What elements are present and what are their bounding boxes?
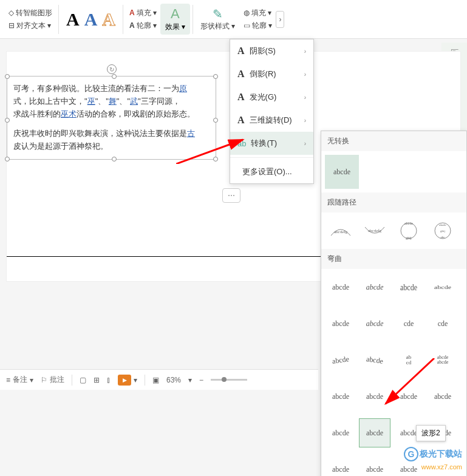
text-effect-button[interactable]: A 效果 ▾	[160, 4, 190, 35]
transform-warp[interactable]: abcdeabcde	[427, 345, 458, 375]
reflection-icon: A	[237, 69, 245, 80]
context-menu-button[interactable]: ⋯	[222, 188, 240, 203]
transform-submenu: 无转换 abcde 跟随路径 abcdefg abcdefg abcdeghij…	[321, 131, 467, 476]
shape-icon: ◇	[9, 8, 14, 17]
link[interactable]: 巫	[87, 97, 95, 106]
transform-warp[interactable]: cde	[393, 309, 424, 338]
transform-path-arc-down[interactable]: abcdefg	[359, 216, 390, 245]
chevron-right-icon: ›	[304, 117, 306, 124]
resize-handle[interactable]	[5, 118, 10, 123]
convert-smart-shape-button[interactable]: ◇转智能图形	[9, 8, 52, 18]
effect-a-icon: A	[171, 6, 180, 22]
glow-menu-item[interactable]: A发光(G)›	[230, 86, 313, 109]
transform-warp[interactable]: abcde	[427, 273, 458, 302]
submenu-section-header: 弯曲	[321, 249, 466, 269]
transform-menu-item[interactable]: ab转换(T)›	[230, 132, 313, 155]
link[interactable]: 武	[130, 97, 138, 106]
transform-warp[interactable]: abcde	[359, 382, 390, 411]
link[interactable]: 舞	[109, 97, 117, 106]
transform-warp[interactable]: cde	[427, 309, 458, 338]
svg-text:abcdefg: abcdefg	[334, 229, 348, 234]
shape-style-button[interactable]: ✎ 形状样式 ▾	[196, 4, 240, 34]
transform-warp[interactable]: abcde	[359, 273, 390, 302]
align-text-button[interactable]: ⊟对齐文本 ▾	[9, 21, 52, 31]
view-normal[interactable]: ▢	[80, 376, 86, 384]
rotation3d-menu-item[interactable]: A三维旋转(D)›	[230, 109, 313, 132]
shadow-menu-item[interactable]: A阴影(S)›	[230, 39, 313, 63]
resize-handle[interactable]	[112, 74, 117, 79]
resize-handle[interactable]	[213, 157, 218, 162]
transform-warp[interactable]: abcde	[325, 309, 356, 338]
transform-warp-wave2[interactable]: abcde	[359, 418, 390, 447]
wordart-style-1[interactable]: A	[66, 9, 80, 30]
chevron-right-icon: ›	[304, 48, 306, 55]
zoom-slider[interactable]	[211, 379, 247, 381]
wordart-style-2[interactable]: A	[84, 9, 98, 30]
svg-text:abcde: abcde	[439, 223, 446, 226]
resize-handle[interactable]	[5, 157, 10, 162]
svg-text:abcdefg: abcdefg	[368, 228, 382, 233]
outline-a-icon: A	[129, 21, 135, 30]
transform-warp[interactable]: abcd	[393, 345, 424, 375]
link[interactable]: 古	[187, 129, 195, 138]
chevron-right-icon: ›	[304, 94, 306, 101]
shadow-icon: A	[237, 46, 245, 56]
link[interactable]: 原	[179, 84, 187, 93]
transform-none[interactable]: abcde	[325, 155, 359, 189]
text-line: 皮认为是起源于酒神祭祀。	[13, 140, 210, 153]
transform-warp[interactable]: abcde	[393, 273, 424, 302]
view-grid[interactable]: ⊞	[94, 376, 100, 384]
text-fill-button[interactable]: A填充 ▾	[129, 8, 157, 18]
zoom-level: 63%	[166, 376, 181, 384]
text-outline-button[interactable]: A轮廓 ▾	[129, 21, 157, 31]
view-reading[interactable]: ⫿	[107, 376, 111, 384]
reflection-menu-item[interactable]: A倒影(R)›	[230, 63, 313, 86]
link[interactable]: 巫术	[61, 109, 77, 118]
transform-path-arc-up[interactable]: abcdefg	[325, 216, 356, 245]
transform-path-button[interactable]: abcdeghijabc	[427, 216, 458, 245]
zoom-out[interactable]: −	[199, 376, 203, 384]
ribbon-expand-button[interactable]: ›	[276, 11, 284, 28]
svg-text:abcde: abcde	[404, 222, 413, 225]
slideshow-button[interactable]: ▶ ▾	[118, 375, 137, 386]
submenu-section-header: 跟随路径	[321, 192, 466, 212]
chevron-right-icon: ›	[304, 140, 306, 147]
shape-fill-button[interactable]: ◍填充 ▾	[244, 8, 272, 18]
transform-warp[interactable]: abcde	[427, 382, 458, 411]
transform-warp[interactable]: abcde	[359, 345, 390, 375]
transform-warp[interactable]: abcde	[325, 345, 356, 375]
transform-warp[interactable]: abcde	[393, 382, 424, 411]
transform-warp[interactable]: abcde	[325, 418, 356, 447]
comments-icon: ⚐	[41, 376, 47, 384]
rotation-icon: A	[237, 115, 245, 126]
text-line: 式，比如上古中文，"巫"、"舞"、"武"三字同源，	[13, 95, 210, 108]
bucket-icon: ◍	[244, 8, 250, 17]
resize-handle[interactable]	[213, 74, 218, 79]
text-line: 庆祝丰收时的即兴歌舞表演，这种说法主要依据是古	[13, 127, 210, 140]
more-settings-menu-item[interactable]: 更多设置(O)...	[230, 160, 313, 183]
wordart-style-3[interactable]: A	[102, 9, 115, 30]
shape-style-icon: ✎	[213, 7, 223, 21]
transform-icon: ab	[237, 139, 246, 148]
watermark: G极光下载站 www.xz7.com	[404, 447, 462, 471]
transform-warp[interactable]: abcde	[325, 273, 356, 302]
fit-button[interactable]: ▣	[152, 376, 159, 384]
notes-button[interactable]: ≡备注 ▾	[6, 375, 33, 385]
transform-path-circle[interactable]: abcdeghij	[393, 216, 424, 245]
transform-warp[interactable]: abcde	[325, 382, 356, 411]
comments-button[interactable]: ⚐批注	[41, 375, 64, 385]
selected-textbox[interactable]: ↻ 可考，有多种假说。比较主流的看法有二：一为原 式，比如上古中文，"巫"、"舞…	[7, 76, 216, 160]
svg-text:ghij: ghij	[406, 236, 412, 240]
transform-warp[interactable]: abcde	[359, 455, 390, 476]
resize-handle[interactable]	[5, 74, 10, 79]
rotate-handle[interactable]: ↻	[107, 64, 117, 74]
shape-outline-button[interactable]: ▭轮廓 ▾	[244, 21, 272, 31]
status-bar: ≡备注 ▾ ⚐批注 ▢ ⊞ ⫿ ▶ ▾ ▣ 63% ▾ −	[0, 369, 318, 390]
transform-warp[interactable]: abcde	[359, 309, 390, 338]
resize-handle[interactable]	[112, 157, 117, 162]
effect-dropdown: A阴影(S)› A倒影(R)› A发光(G)› A三维旋转(D)› ab转换(T…	[230, 39, 314, 184]
text-line: 可考，有多种假说。比较主流的看法有二：一为原	[13, 83, 210, 95]
wordart-styles[interactable]: A A A	[61, 9, 120, 30]
transform-warp[interactable]: abcde	[325, 455, 356, 476]
resize-handle[interactable]	[213, 118, 218, 123]
